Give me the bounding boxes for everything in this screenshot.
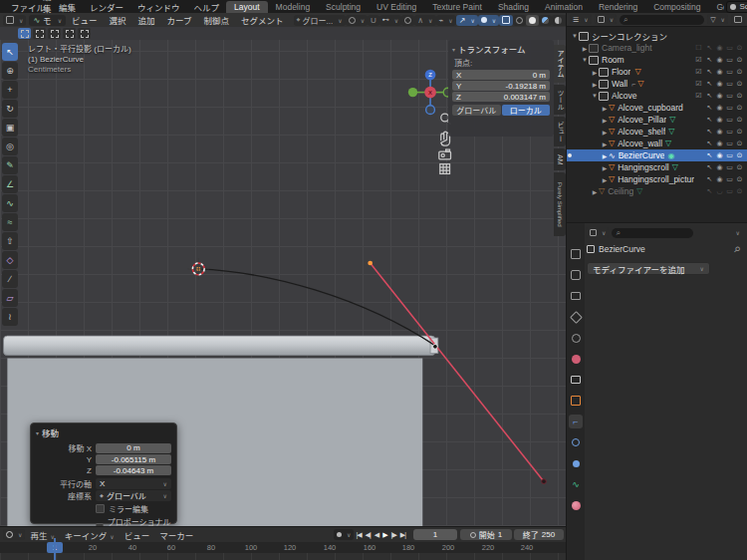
render-disable-icon[interactable]: ⊙: [735, 175, 744, 183]
selectable-icon[interactable]: ↖: [705, 68, 714, 76]
show-gizmo-dropdown[interactable]: ⌁∨: [436, 15, 456, 26]
vertex-z-field[interactable]: Z0.003147 m: [452, 92, 550, 102]
jump-to-start-button[interactable]: |◀: [354, 531, 363, 539]
menu-select[interactable]: 選択: [104, 14, 132, 26]
workspace-tab-modeling[interactable]: Modeling: [268, 1, 319, 13]
selectable-icon[interactable]: ↖: [705, 151, 714, 159]
tool-measure[interactable]: ∠: [2, 175, 18, 193]
hide-eye-icon[interactable]: ◉: [715, 151, 724, 159]
shading-wireframe-button[interactable]: [513, 15, 526, 26]
vertex-x-field[interactable]: X0 m: [452, 70, 550, 80]
outliner-row-hangingscroll[interactable]: ▶▽Hangingscroll ▽ ↖ ◉ ▭ ⊙: [567, 161, 747, 173]
timeline-ruler[interactable]: 1 20 40 60 80 100 120 140 160 180 200 22…: [0, 542, 566, 553]
hide-eye-icon[interactable]: ◉: [715, 163, 724, 171]
menu-tl-view[interactable]: ビュー: [120, 529, 155, 541]
move-x-field[interactable]: 0 m: [96, 443, 171, 453]
exclude-checkbox[interactable]: ☑: [694, 92, 703, 100]
editor-type-button[interactable]: ∨: [3, 15, 26, 26]
selectable-icon[interactable]: ↖: [705, 163, 714, 171]
selectable-icon[interactable]: ↖: [705, 187, 714, 195]
sidebar-tab-am[interactable]: AM: [554, 148, 566, 170]
viewport-disable-icon[interactable]: ▭: [725, 44, 734, 52]
move-z-field[interactable]: -0.04643 m: [96, 465, 171, 475]
selectable-icon[interactable]: ↖: [705, 104, 714, 112]
menu-add[interactable]: 追加: [132, 14, 161, 26]
exclude-checkbox[interactable]: ☑: [694, 56, 703, 64]
tool-randomize[interactable]: ≀: [2, 308, 18, 326]
tab-world[interactable]: [569, 352, 583, 366]
selectable-icon[interactable]: ↖: [705, 44, 714, 52]
hide-eye-icon[interactable]: ◉: [715, 44, 724, 52]
global-button[interactable]: グローバル: [452, 105, 501, 116]
tool-select-box[interactable]: ↖: [2, 43, 18, 61]
render-disable-icon[interactable]: ⊙: [735, 128, 744, 136]
viewport-disable-icon[interactable]: ▭: [725, 92, 734, 100]
render-disable-icon[interactable]: ⊙: [735, 140, 744, 147]
viewport-disable-icon[interactable]: ▭: [725, 151, 734, 159]
next-keyframe-button[interactable]: |▶: [389, 531, 398, 539]
selectable-icon[interactable]: ↖: [705, 116, 714, 124]
tool-cursor[interactable]: ⊕: [2, 62, 18, 80]
tab-output[interactable]: [569, 289, 583, 303]
menu-edit[interactable]: 編集: [52, 1, 83, 13]
timeline-frames-area[interactable]: [0, 553, 566, 560]
render-disable-icon[interactable]: ⊙: [735, 80, 744, 88]
viewport-disable-icon[interactable]: ▭: [725, 175, 734, 183]
outliner-row-alcove-wall[interactable]: ▶▽Alcove_wall ▽ ↖ ◉ ▭ ⊙: [567, 138, 747, 149]
sidebar-tab-view[interactable]: ビュー: [554, 117, 566, 146]
viewport-disable-icon[interactable]: ▭: [725, 56, 734, 64]
tool-radius[interactable]: ◇: [2, 251, 18, 269]
properties-options-chevron[interactable]: ∨: [736, 229, 740, 236]
overlays-toggle[interactable]: ∨: [478, 15, 499, 26]
tab-tool[interactable]: [569, 247, 583, 261]
transform-orientation-dropdown[interactable]: ⌖グロー...∨: [294, 15, 346, 26]
orientation-dropdown[interactable]: ⌖グローバル∨: [96, 490, 171, 501]
properties-editor-type-button[interactable]: ∨: [587, 227, 609, 238]
render-disable-icon[interactable]: ⊙: [735, 92, 744, 100]
shading-solid-button[interactable]: [526, 15, 539, 26]
hide-eye-icon[interactable]: ◉: [715, 175, 724, 183]
select-mode-subtract-button[interactable]: [48, 28, 61, 39]
play-reverse-button[interactable]: ◀: [373, 531, 380, 539]
selectable-icon[interactable]: ↖: [705, 128, 714, 136]
timeline-playhead[interactable]: [54, 538, 56, 560]
sidebar-tab-item[interactable]: アイテム: [554, 45, 566, 83]
hide-eye-icon[interactable]: ◉: [715, 104, 724, 112]
viewport-disable-icon[interactable]: ▭: [725, 104, 734, 112]
proportional-falloff-dropdown[interactable]: ∧∨: [414, 15, 435, 26]
outliner-row-room[interactable]: ▼Room ☑ ↖ ◉ ▭ ⊙: [567, 54, 747, 66]
tab-physics[interactable]: [569, 435, 583, 449]
menu-marker[interactable]: マーカー: [154, 529, 198, 541]
select-mode-set-button[interactable]: [18, 28, 31, 39]
tool-draw-curve[interactable]: ∿: [2, 194, 18, 212]
outliner-row-floor[interactable]: ▶Floor ▽ ☑ ↖ ◉ ▭ ⊙: [567, 66, 747, 78]
tab-object[interactable]: [569, 394, 583, 408]
render-disable-icon[interactable]: ⊙: [735, 163, 744, 171]
viewport-disable-icon[interactable]: ▭: [725, 128, 734, 136]
vertex-y-field[interactable]: Y-0.19218 m: [452, 81, 550, 91]
timeline-editor-type-button[interactable]: ∨: [3, 529, 25, 540]
tool-shear[interactable]: ▱: [2, 289, 18, 307]
render-disable-icon[interactable]: ⊙: [735, 68, 744, 76]
menu-keying[interactable]: キーイング∨: [60, 529, 120, 541]
viewport-disable-icon[interactable]: ▭: [725, 68, 734, 76]
frame-end-field[interactable]: 終了250: [514, 529, 564, 540]
render-disable-icon[interactable]: ⊙: [735, 116, 744, 124]
render-disable-icon[interactable]: ⊙: [735, 187, 744, 195]
workspace-tab-sculpting[interactable]: Sculpting: [318, 1, 369, 13]
gizmos-toggle[interactable]: ↗∨: [456, 15, 478, 26]
snapping-dropdown[interactable]: ⊷∨: [379, 15, 401, 26]
render-disable-icon[interactable]: ⊙: [735, 44, 744, 52]
sidebar-tab-purely-simplified[interactable]: Purely Simplified: [554, 172, 566, 236]
properties-search-input[interactable]: ⌕: [612, 228, 693, 238]
tool-rotate[interactable]: ↻: [2, 100, 18, 118]
proportional-editing-toggle[interactable]: [401, 15, 414, 26]
menu-help[interactable]: ヘルプ: [187, 1, 227, 13]
menu-window[interactable]: ウィンドウ: [130, 1, 187, 13]
move-y-field[interactable]: -0.065115 m: [96, 454, 171, 464]
selectable-icon[interactable]: ↖: [705, 140, 714, 147]
menu-control-points[interactable]: 制御点: [198, 14, 236, 26]
selectable-icon[interactable]: ↖: [705, 80, 714, 88]
pivot-point-dropdown[interactable]: ∨: [346, 15, 368, 26]
hide-eye-icon[interactable]: ◉: [715, 92, 724, 100]
